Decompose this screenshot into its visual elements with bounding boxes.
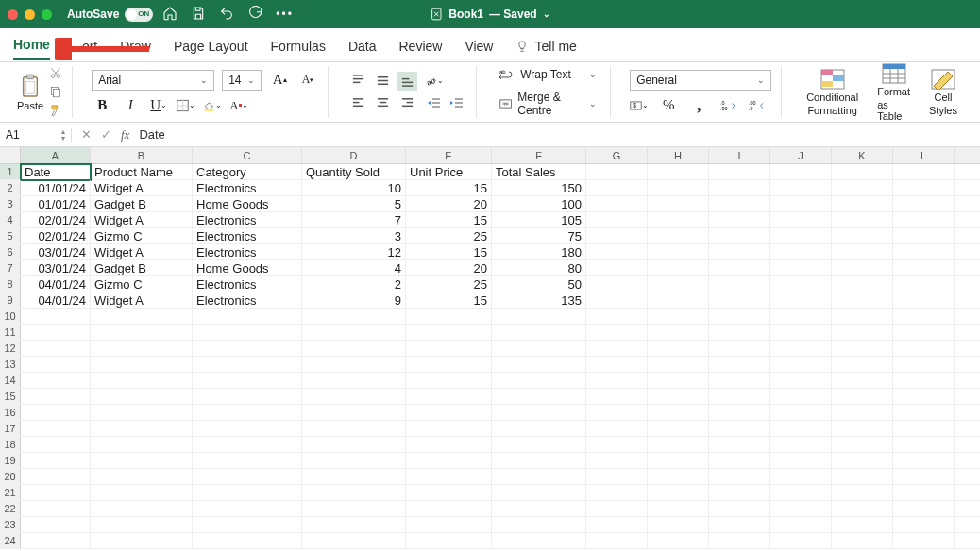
cell[interactable] bbox=[586, 517, 648, 532]
cell[interactable] bbox=[832, 437, 893, 452]
cell[interactable] bbox=[193, 357, 302, 372]
fx-icon[interactable]: fx bbox=[121, 127, 129, 142]
row-header[interactable]: 5 bbox=[0, 228, 21, 243]
row-header[interactable]: 2 bbox=[0, 180, 21, 195]
cell[interactable] bbox=[709, 228, 770, 243]
cell[interactable] bbox=[648, 517, 709, 532]
cell[interactable] bbox=[586, 180, 648, 195]
cell[interactable]: Product Name bbox=[91, 164, 193, 179]
cell[interactable] bbox=[21, 485, 91, 500]
cell[interactable] bbox=[770, 357, 832, 372]
cell[interactable]: 25 bbox=[406, 228, 492, 243]
cell[interactable]: Electronics bbox=[193, 180, 302, 195]
decrease-font-button[interactable]: A▾ bbox=[297, 71, 318, 90]
cell[interactable] bbox=[586, 228, 648, 243]
cell[interactable] bbox=[832, 196, 893, 211]
cell[interactable] bbox=[832, 357, 893, 372]
autosave-toggle[interactable]: ON bbox=[125, 8, 153, 22]
cell[interactable] bbox=[770, 228, 832, 243]
cell[interactable]: 105 bbox=[492, 212, 586, 227]
cell[interactable] bbox=[91, 453, 193, 468]
cell[interactable] bbox=[586, 373, 648, 388]
cell[interactable] bbox=[492, 325, 586, 340]
cell[interactable]: Electronics bbox=[193, 244, 302, 259]
cell[interactable] bbox=[193, 389, 302, 404]
cell[interactable] bbox=[193, 405, 302, 420]
cell[interactable] bbox=[648, 437, 709, 452]
comma-format-button[interactable]: , bbox=[688, 96, 709, 115]
cell[interactable] bbox=[648, 212, 709, 227]
cell[interactable] bbox=[832, 485, 893, 500]
cell[interactable] bbox=[770, 485, 832, 500]
cell[interactable] bbox=[770, 180, 832, 195]
cell[interactable] bbox=[586, 292, 648, 308]
cell[interactable] bbox=[21, 309, 91, 324]
cell[interactable] bbox=[648, 276, 709, 292]
cell[interactable] bbox=[21, 389, 91, 404]
cell[interactable] bbox=[832, 164, 893, 179]
cell[interactable] bbox=[648, 325, 709, 340]
cell[interactable] bbox=[893, 389, 955, 404]
accounting-format-button[interactable]: $⌄ bbox=[630, 96, 649, 115]
cell[interactable] bbox=[406, 517, 492, 532]
cell[interactable] bbox=[91, 533, 193, 548]
increase-font-button[interactable]: A▴ bbox=[269, 71, 290, 90]
cell[interactable] bbox=[893, 341, 955, 356]
cell[interactable] bbox=[586, 469, 648, 484]
cell[interactable]: 9 bbox=[302, 292, 406, 308]
cell[interactable] bbox=[893, 292, 955, 308]
cell[interactable] bbox=[406, 325, 492, 340]
col-header-E[interactable]: E bbox=[406, 147, 492, 163]
cell[interactable]: 02/01/24 bbox=[21, 212, 91, 227]
cell[interactable]: Widget A bbox=[91, 292, 193, 308]
cell[interactable] bbox=[832, 421, 893, 436]
borders-button[interactable]: ⌄ bbox=[177, 96, 195, 115]
cell[interactable] bbox=[586, 260, 648, 276]
cell[interactable] bbox=[91, 389, 193, 404]
cell[interactable] bbox=[21, 341, 91, 356]
cell[interactable] bbox=[648, 292, 709, 308]
cell[interactable] bbox=[406, 453, 492, 468]
cell[interactable] bbox=[21, 325, 91, 340]
cell[interactable] bbox=[302, 357, 406, 372]
cell[interactable] bbox=[709, 260, 770, 276]
cell[interactable] bbox=[893, 517, 955, 532]
cell[interactable]: 01/01/24 bbox=[21, 180, 91, 195]
cell[interactable] bbox=[492, 485, 586, 500]
cell[interactable] bbox=[832, 469, 893, 484]
row-header[interactable]: 11 bbox=[0, 325, 21, 340]
cell[interactable] bbox=[586, 389, 648, 404]
cell[interactable] bbox=[492, 517, 586, 532]
row-header[interactable]: 9 bbox=[0, 292, 21, 308]
cell[interactable] bbox=[893, 357, 955, 372]
fill-color-button[interactable]: ⌄ bbox=[203, 96, 222, 115]
cell[interactable] bbox=[648, 373, 709, 388]
row-header[interactable]: 19 bbox=[0, 453, 21, 468]
cell[interactable] bbox=[893, 373, 955, 388]
cell[interactable]: Electronics bbox=[193, 276, 302, 292]
cell[interactable] bbox=[648, 533, 709, 548]
cell[interactable] bbox=[302, 469, 406, 484]
cell[interactable] bbox=[302, 421, 406, 436]
autosave-control[interactable]: AutoSave ON bbox=[67, 8, 153, 22]
cell[interactable] bbox=[586, 501, 648, 516]
cell[interactable] bbox=[586, 485, 648, 500]
cell[interactable]: Total Sales bbox=[492, 164, 586, 179]
cell[interactable]: 20 bbox=[406, 196, 492, 211]
cell[interactable] bbox=[893, 196, 955, 211]
cell[interactable]: 180 bbox=[492, 244, 586, 259]
col-header-I[interactable]: I bbox=[709, 147, 770, 163]
cell[interactable] bbox=[709, 292, 770, 308]
cell[interactable] bbox=[832, 212, 893, 227]
cell[interactable] bbox=[302, 341, 406, 356]
cell[interactable]: Gizmo C bbox=[91, 276, 193, 292]
cell[interactable] bbox=[832, 373, 893, 388]
wrap-text-button[interactable]: ab Wrap Text⌄ bbox=[496, 66, 600, 83]
cell[interactable] bbox=[21, 533, 91, 548]
cell[interactable] bbox=[193, 437, 302, 452]
cell[interactable] bbox=[21, 405, 91, 420]
cell[interactable] bbox=[586, 164, 648, 179]
col-header-B[interactable]: B bbox=[91, 147, 193, 163]
cell[interactable] bbox=[586, 357, 648, 372]
cell[interactable] bbox=[193, 341, 302, 356]
